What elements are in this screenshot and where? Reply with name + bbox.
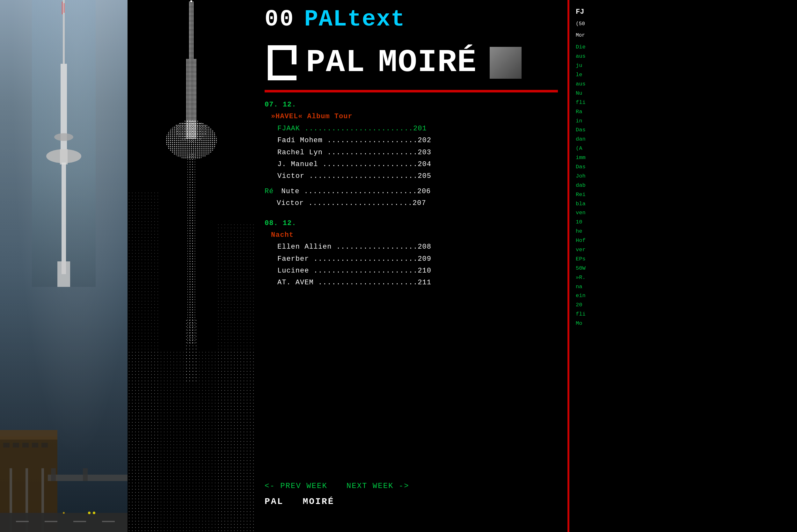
- footer-logos: PAL MOIRÉ: [265, 497, 558, 507]
- page-number: 00: [265, 6, 295, 33]
- svg-rect-48: [272, 76, 297, 80]
- svg-rect-43: [128, 191, 159, 532]
- svg-rect-44: [217, 223, 255, 532]
- next-week-button[interactable]: NEXT WEEK ->: [346, 482, 409, 490]
- svg-rect-12: [3, 443, 10, 448]
- svg-rect-15: [32, 443, 38, 448]
- re-label: Ré: [265, 187, 273, 195]
- svg-rect-2: [62, 2, 62, 14]
- svg-point-45: [190, 0, 192, 2]
- artist-fjaak: FJAAK ........................201: [277, 123, 558, 134]
- event-date-2: 08. 12.: [265, 217, 558, 229]
- svg-rect-21: [51, 468, 56, 481]
- right-sub1: (50: [576, 20, 791, 28]
- event-title-2: Nacht: [271, 229, 558, 241]
- re-victor: Victor .......................207: [277, 199, 426, 207]
- svg-rect-13: [13, 443, 19, 448]
- svg-rect-23: [0, 513, 128, 532]
- logo-area: PAL MOIRÉ: [265, 42, 558, 83]
- right-sub2: Mor: [576, 32, 791, 40]
- svg-rect-4: [61, 64, 67, 159]
- svg-point-7: [54, 133, 73, 141]
- artist-fadi: Fadi Mohem ....................202: [277, 134, 558, 146]
- artist-atavem: AT. AVEM ......................211: [277, 277, 558, 288]
- svg-rect-14: [22, 443, 29, 448]
- svg-rect-36: [189, 2, 193, 59]
- nav-buttons: <- PREV WEEK NEXT WEEK ->: [265, 482, 558, 490]
- svg-rect-27: [102, 521, 115, 522]
- svg-point-30: [63, 512, 65, 514]
- svg-rect-16: [41, 443, 48, 448]
- event-title-1: »HAVEL« Album Tour: [271, 111, 558, 122]
- artist-lucinee: Lucinee .......................210: [277, 265, 558, 277]
- thumbnail-image: [490, 47, 521, 79]
- right-content: DieausjuleausNufliRainDasdan(AimmDasJohd…: [576, 43, 791, 328]
- red-divider: [265, 90, 558, 92]
- prev-week-button[interactable]: <- PREV WEEK: [265, 482, 327, 490]
- svg-point-39: [175, 119, 207, 142]
- pal-logo: PAL: [265, 42, 365, 83]
- svg-rect-9: [57, 261, 70, 287]
- nav-area: <- PREV WEEK NEXT WEEK -> PAL MOIRÉ: [265, 482, 558, 507]
- buildings-svg: [0, 404, 128, 532]
- artist-ellen: Ellen Allien ..................208: [277, 241, 558, 253]
- tower-svg: [32, 0, 96, 287]
- svg-rect-46: [268, 45, 272, 80]
- main-panel: 00 PALtext PAL MOIRÉ 07. 12. »HAVEL« Alb…: [255, 0, 567, 532]
- svg-rect-11: [0, 430, 57, 440]
- svg-rect-24: [16, 521, 29, 522]
- moire-label: MOIRÉ: [378, 47, 477, 79]
- artist-victor1: Victor ........................205: [277, 170, 558, 182]
- footer-moire: MOIRÉ: [303, 497, 334, 507]
- svg-rect-49: [292, 45, 297, 64]
- dither-art: [128, 0, 255, 532]
- svg-rect-3: [64, 3, 64, 13]
- event-date-1: 07. 12.: [265, 99, 558, 111]
- re-nute: Nute .........................206: [282, 187, 431, 195]
- svg-rect-25: [45, 521, 57, 522]
- dither-panel: [128, 0, 255, 532]
- photo-panel: [0, 0, 128, 532]
- svg-point-29: [93, 512, 95, 514]
- top-bar: 00 PALtext: [265, 6, 558, 36]
- app-title: PALtext: [304, 6, 405, 33]
- pal-bracket-logo: [265, 42, 306, 83]
- svg-point-28: [88, 512, 91, 514]
- svg-rect-22: [83, 468, 88, 481]
- right-header: FJ: [576, 6, 791, 18]
- svg-rect-6: [60, 149, 68, 165]
- footer-pal: PAL: [265, 497, 283, 507]
- pal-label: PAL: [306, 47, 365, 79]
- svg-rect-26: [73, 521, 86, 522]
- svg-rect-8: [61, 163, 66, 274]
- artist-jmanuel: J. Manuel .....................204: [277, 158, 558, 170]
- event-list: 07. 12. »HAVEL« Album Tour FJAAK .......…: [265, 99, 558, 289]
- artist-rachel: Rachel Lyn ....................203: [277, 147, 558, 158]
- artist-faerber: Faerber .......................209: [277, 253, 558, 265]
- svg-rect-40: [187, 153, 195, 344]
- right-panel: FJ (50 Mor DieausjuleausNufliRainDasdan(…: [567, 0, 797, 532]
